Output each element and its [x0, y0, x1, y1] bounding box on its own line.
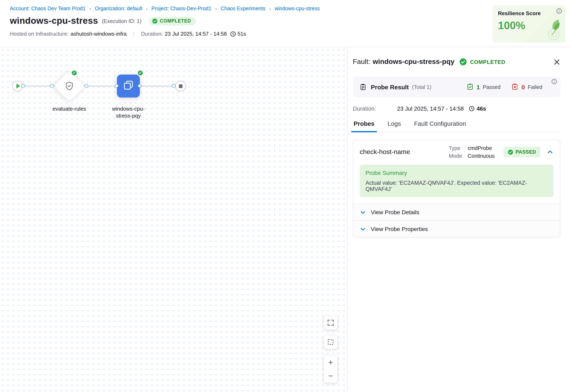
check-circle-icon: [459, 58, 467, 66]
clipboard-icon: [359, 83, 367, 91]
failed-label: Failed: [528, 84, 542, 90]
breadcrumb-separator-icon: ›: [215, 6, 217, 12]
probe-summary-box: Probe Summary Actual value: 'EC2AMAZ-QMV…: [360, 165, 553, 197]
zoom-out-button[interactable]: −: [324, 369, 337, 383]
breadcrumb: Account: Chaos Dev Team Prod1 › Organiza…: [10, 6, 571, 12]
node-label-evaluate-rules: evaluate-rules: [41, 105, 98, 112]
connection-port: [85, 84, 88, 88]
status-badge: COMPLETED: [149, 17, 196, 25]
passed-count: 1: [477, 83, 480, 90]
stop-icon: [179, 84, 182, 88]
connection-port: [172, 84, 176, 88]
clipboard-x-icon: [511, 83, 518, 91]
probe-result-title: Probe Result: [371, 83, 409, 90]
view-probe-properties-label: View Probe Properties: [371, 226, 428, 232]
breadcrumb-separator-icon: ›: [146, 6, 148, 12]
resilience-score-card: Resilience Score 100%: [492, 5, 565, 42]
duration-elapsed: 46s: [477, 105, 486, 112]
fault-status: COMPLETED: [470, 59, 505, 65]
marquee-select-button[interactable]: [324, 335, 338, 349]
fullscreen-icon: [327, 320, 334, 326]
passed-summary: 1 Passed: [466, 83, 500, 91]
view-probe-details-label: View Probe Details: [371, 209, 419, 215]
fullscreen-button[interactable]: [324, 316, 338, 330]
pipeline-canvas[interactable]: ✓ evaluate-rules ✓ windows-cpu-stress-pq…: [0, 47, 348, 392]
zoom-controls: + −: [324, 355, 338, 383]
probe-name: check-host-name: [360, 148, 449, 156]
info-icon[interactable]: [551, 79, 557, 84]
infra-label: Hosted on Infrastructure:: [10, 31, 69, 37]
breadcrumb-separator-icon: ›: [89, 6, 91, 12]
fault-duration-row: Duration: 23 Jul 2025, 14:57 - 14:58 46s: [353, 105, 560, 112]
leaf-decoration-icon: [533, 17, 564, 42]
tab-logs[interactable]: Logs: [387, 119, 402, 132]
close-icon[interactable]: [553, 58, 560, 66]
infra-value: ashutosh-windows-infra: [71, 31, 127, 37]
resilience-score-label: Resilience Score: [498, 10, 559, 16]
pipeline-stop-node[interactable]: [175, 81, 186, 91]
shield-check-icon: [58, 75, 81, 98]
page-header: Account: Chaos Dev Team Prod1 › Organiza…: [0, 0, 571, 47]
connection-port: [115, 84, 119, 88]
clipboard-check-icon: [466, 83, 474, 91]
probe-result-summary: Probe Result (Total 1) 1 Passed 0 Failed: [353, 77, 560, 97]
experiment-meta: Hosted on Infrastructure: ashutosh-windo…: [10, 31, 571, 37]
breadcrumb-current[interactable]: windows-cpu-stress: [275, 6, 320, 12]
fault-name: windows-cpu-stress-pqy: [373, 58, 454, 66]
node-evaluate-rules[interactable]: [58, 75, 81, 98]
breadcrumb-account[interactable]: Account: Chaos Dev Team Prod1: [10, 6, 86, 12]
probe-summary-text: Actual value: 'EC2AMAZ-QMVAF4J'. Expecte…: [365, 180, 548, 192]
clock-icon: [469, 106, 474, 112]
probe-type-value: cmdProbe: [468, 145, 492, 151]
node-success-badge-icon: ✓: [71, 70, 77, 76]
check-circle-icon: [508, 149, 513, 155]
passed-label: Passed: [483, 84, 501, 90]
probe-type-mode: Type cmdProbe Mode Continuous: [449, 145, 495, 159]
view-probe-details-row[interactable]: View Probe Details: [353, 204, 560, 220]
chevron-up-icon[interactable]: [547, 149, 553, 155]
zoom-in-button[interactable]: +: [324, 356, 337, 369]
node-windows-cpu-stress-pqy[interactable]: [117, 75, 140, 98]
probe-summary-title: Probe Summary: [365, 169, 548, 176]
connector-line: [18, 86, 177, 86]
page-title: windows-cpu-stress: [10, 15, 98, 26]
connection-port: [21, 84, 25, 88]
failed-summary: 0 Failed: [511, 83, 542, 91]
meta-divider: |: [133, 31, 135, 37]
duration-elapsed: 51s: [238, 31, 246, 37]
duration-value: 23 Jul 2025, 14:57 - 14:58: [165, 31, 227, 37]
node-label-windows-cpu-stress-pqy: windows-cpu-stress-pqy: [107, 105, 150, 119]
marquee-select-icon: [327, 339, 334, 345]
probe-status-badge: PASSED: [504, 147, 540, 157]
tab-fault-configuration[interactable]: Fault Configuration: [413, 119, 467, 132]
breadcrumb-organization[interactable]: Organization: default: [95, 6, 142, 12]
duration-value: 23 Jul 2025, 14:57 - 14:58: [397, 105, 464, 112]
execution-id: (Execution ID: 1): [102, 18, 141, 24]
check-circle-icon: [152, 18, 158, 24]
probe-status-label: PASSED: [515, 149, 536, 155]
probe-card-header[interactable]: check-host-name Type cmdProbe Mode Conti…: [353, 140, 560, 164]
chaos-experiment-page: Account: Chaos Dev Team Prod1 › Organiza…: [0, 0, 571, 392]
fault-header: Fault: windows-cpu-stress-pqy COMPLETED: [353, 58, 560, 66]
duration-label: Duration:: [353, 105, 397, 112]
failed-count: 0: [521, 83, 525, 90]
probe-type-label: Type: [449, 145, 468, 151]
duration-label: Duration:: [141, 31, 163, 37]
fault-step-icon: [123, 80, 134, 92]
tab-probes[interactable]: Probes: [353, 119, 375, 132]
probe-mode-label: Mode: [449, 153, 468, 159]
fault-label: Fault:: [353, 58, 370, 66]
chevron-down-icon: [360, 209, 366, 215]
probe-card: check-host-name Type cmdProbe Mode Conti…: [353, 140, 560, 238]
chevron-down-icon: [360, 226, 366, 232]
info-icon[interactable]: [556, 8, 562, 15]
breadcrumb-project[interactable]: Project: Chaos-Dev-Prod1: [151, 6, 211, 12]
probe-mode-value: Continuous: [468, 153, 495, 159]
play-icon: [16, 84, 20, 88]
connection-port: [50, 84, 54, 88]
breadcrumb-separator-icon: ›: [269, 6, 271, 12]
status-badge-label: COMPLETED: [160, 18, 191, 23]
node-success-badge-icon: ✓: [137, 70, 144, 76]
view-probe-properties-row[interactable]: View Probe Properties: [353, 220, 560, 237]
breadcrumb-chaos-experiments[interactable]: Chaos Experiments: [221, 6, 265, 12]
